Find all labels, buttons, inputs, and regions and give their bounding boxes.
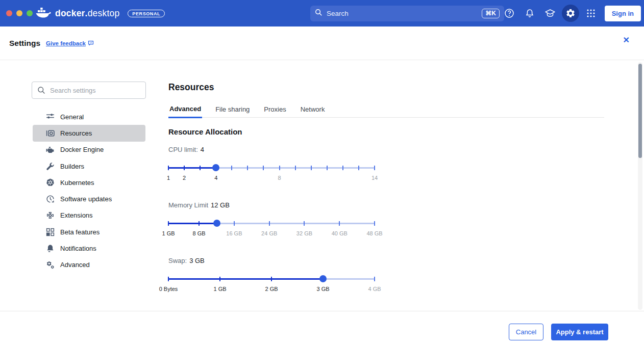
swap-tick: [374, 277, 375, 281]
sidebar-item-label: Builders: [60, 163, 84, 170]
sidebar-item-label: Advanced: [60, 261, 90, 269]
memory-limit-slider-block: Memory Limit12 GB1 GB8 GB16 GB24 GB32 GB…: [168, 201, 375, 242]
apply-restart-button[interactable]: Apply & restart: [551, 324, 608, 340]
cpu-limit-tick: [200, 166, 201, 170]
learning-center-icon: [544, 8, 556, 18]
memory-limit-tick: [168, 221, 169, 226]
give-feedback-link[interactable]: Give feedback: [46, 40, 94, 47]
sidebar-item-notifications[interactable]: Notifications: [33, 240, 145, 256]
tab-proxies[interactable]: Proxies: [263, 105, 287, 117]
memory-limit-tick-label: 40 GB: [332, 230, 348, 236]
sidebar-item-docker-engine[interactable]: Docker Engine: [33, 142, 145, 158]
sign-in-button[interactable]: Sign in: [605, 6, 641, 21]
apps-grid-button[interactable]: [582, 5, 600, 22]
sidebar-item-label: Kubernetes: [60, 179, 94, 187]
memory-limit-tick: [339, 221, 340, 226]
help-button[interactable]: [501, 5, 518, 22]
docker-whale-icon: [36, 7, 51, 20]
memory-limit-label: Memory Limit12 GB: [168, 201, 230, 209]
settings-header: [0, 26, 644, 60]
cpu-limit-tick: [231, 166, 232, 170]
cpu-limit-tick: [358, 166, 359, 170]
swap-tick-label: 2 GB: [265, 286, 278, 292]
cpu-limit-label: CPU limit:4: [168, 146, 204, 153]
search-shortcut-kbd: ⌘K: [482, 9, 500, 18]
swap-label: Swap:3 GB: [168, 257, 205, 264]
settings-gear-icon: [565, 8, 576, 18]
resources-gauge-icon: [46, 129, 55, 138]
docker-desktop-logo: docker.desktop PERSONAL: [36, 0, 165, 26]
search-input[interactable]: [327, 10, 478, 17]
memory-limit-tick: [374, 221, 375, 226]
sidebar-item-beta-features[interactable]: Beta features: [33, 224, 145, 240]
cpu-limit-slider-fill: [168, 167, 216, 169]
brand-wordmark: docker.desktop: [55, 8, 119, 19]
swap-tick: [271, 277, 272, 281]
cpu-limit-tick: [311, 166, 312, 170]
cpu-limit-tick: [327, 166, 328, 170]
sidebar-item-label: Extensions: [60, 211, 93, 219]
cpu-limit-tick-label: 2: [183, 175, 186, 181]
cpu-limit-tick-label: 4: [214, 175, 217, 181]
swap-tick: [168, 277, 169, 281]
puzzle-icon: [46, 211, 55, 220]
memory-limit-tick-label: 32 GB: [296, 230, 312, 236]
close-settings-button[interactable]: ✕: [623, 36, 630, 44]
cpu-limit-tick: [247, 166, 248, 170]
global-search-bar[interactable]: ⌘K: [310, 6, 504, 21]
swap-tick-label: 4 GB: [368, 286, 381, 292]
kubernetes-icon: [46, 178, 55, 187]
wrench-icon: [46, 162, 55, 171]
settings-search-box[interactable]: [32, 82, 146, 99]
sidebar-item-extensions[interactable]: Extensions: [33, 207, 145, 224]
memory-limit-tick: [199, 221, 200, 226]
tab-advanced[interactable]: Advanced: [168, 105, 202, 118]
minimize-window-button[interactable]: [16, 10, 22, 16]
apps-grid-icon: [586, 9, 596, 18]
memory-limit-slider-fill: [168, 223, 217, 224]
memory-limit-tick-label: 24 GB: [261, 230, 277, 236]
help-icon: [504, 8, 514, 18]
swap-slider-thumb[interactable]: [319, 275, 327, 282]
section-heading-resources: Resources: [168, 82, 214, 93]
footer-bar: Cancel Apply & restart: [0, 311, 644, 346]
tab-file-sharing[interactable]: File sharing: [214, 105, 251, 117]
sidebar-item-advanced[interactable]: Advanced: [33, 257, 145, 273]
engine-icon: [46, 145, 55, 154]
bell-filled-icon: [46, 244, 55, 253]
cancel-button[interactable]: Cancel: [509, 324, 543, 340]
cpu-limit-slider-thumb[interactable]: [212, 164, 219, 171]
personal-plan-badge: PERSONAL: [128, 10, 165, 17]
swap-tick-label: 3 GB: [316, 286, 329, 292]
sidebar-item-software-updates[interactable]: Software updates: [33, 191, 145, 207]
titlebar: docker.desktop PERSONAL ⌘K Sign in: [0, 0, 644, 26]
sidebar-item-kubernetes[interactable]: Kubernetes: [33, 174, 145, 191]
memory-limit-tick-label: 8 GB: [193, 230, 206, 236]
sidebar-item-label: Resources: [60, 129, 92, 137]
update-clock-icon: [46, 195, 55, 203]
memory-limit-tick: [234, 221, 235, 226]
scrollbar-thumb[interactable]: [638, 64, 642, 158]
search-icon: [37, 86, 45, 94]
swap-tick-label: 1 GB: [213, 286, 226, 292]
cpu-limit-tick: [342, 166, 343, 170]
sidebar-item-resources[interactable]: Resources: [33, 125, 145, 141]
sidebar-item-builders[interactable]: Builders: [33, 158, 145, 174]
tune-sliders-icon: [46, 113, 55, 121]
sidebar-item-general[interactable]: General: [33, 109, 145, 125]
close-window-button[interactable]: [6, 10, 12, 16]
notifications-button[interactable]: [521, 5, 538, 22]
maximize-window-button[interactable]: [27, 10, 33, 16]
settings-search-input[interactable]: [50, 87, 140, 94]
memory-limit-tick-label: 1 GB: [162, 230, 175, 236]
memory-limit-tick: [269, 221, 270, 226]
memory-limit-tick-label: 16 GB: [226, 230, 242, 236]
sidebar-item-label: Notifications: [60, 245, 96, 252]
memory-limit-slider-thumb[interactable]: [213, 220, 220, 227]
memory-limit-tick: [304, 221, 305, 226]
sidebar-item-label: Docker Engine: [60, 146, 104, 153]
cpu-limit-tick: [263, 166, 264, 170]
settings-gear-button[interactable]: [562, 5, 579, 22]
tab-network[interactable]: Network: [300, 105, 326, 117]
learning-center-button[interactable]: [541, 5, 559, 22]
